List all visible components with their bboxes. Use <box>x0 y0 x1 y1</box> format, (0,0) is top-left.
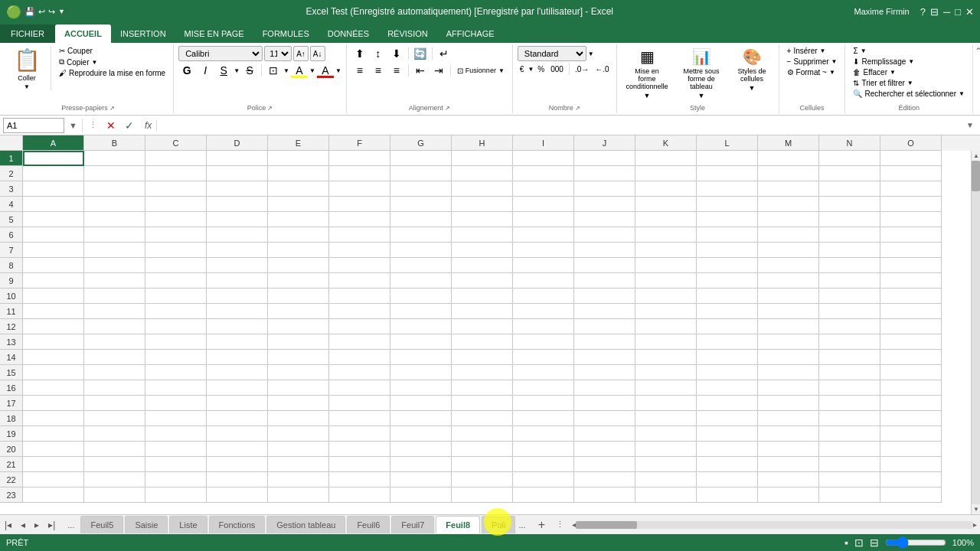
col-header-J[interactable]: J <box>574 135 635 151</box>
cell-G13[interactable] <box>390 334 452 350</box>
cell-E8[interactable] <box>268 258 329 273</box>
save-icon[interactable]: 💾 <box>24 7 35 17</box>
cell-H19[interactable] <box>452 426 513 442</box>
col-header-F[interactable]: F <box>329 135 390 151</box>
thousands-button[interactable]: 000 <box>548 64 566 74</box>
sheet-tab-gestion-tableau[interactable]: Gestion tableau <box>266 516 345 533</box>
fill-color-dropdown[interactable]: ▼ <box>309 67 315 74</box>
cell-B16[interactable] <box>84 380 145 396</box>
cell-A11[interactable] <box>23 304 84 319</box>
cell-I19[interactable] <box>513 426 574 442</box>
sheet-nav-last[interactable]: ▸| <box>44 518 60 532</box>
cell-G9[interactable] <box>390 273 452 289</box>
cell-F18[interactable] <box>329 411 390 426</box>
window-controls[interactable]: Maxime Firmin ? ⊟ ─ □ ✕ <box>854 6 974 18</box>
cell-B3[interactable] <box>84 181 145 197</box>
cell-N15[interactable] <box>819 365 880 380</box>
sheet-tab-feuil5[interactable]: Feuil5 <box>80 516 123 533</box>
cell-I12[interactable] <box>513 319 574 334</box>
ribbon-toggle-icon[interactable]: ⊟ <box>930 6 939 18</box>
merge-button[interactable]: ⊡ Fusionner ▼ <box>454 66 508 76</box>
cell-L15[interactable] <box>697 365 758 380</box>
increase-decimal-button[interactable]: .0→ <box>573 64 591 74</box>
cell-G8[interactable] <box>390 258 452 273</box>
cell-M15[interactable] <box>758 365 819 380</box>
cell-L23[interactable] <box>697 487 758 503</box>
cell-F17[interactable] <box>329 396 390 411</box>
cell-H18[interactable] <box>452 411 513 426</box>
tab-affichage[interactable]: AFFICHAGE <box>437 24 504 43</box>
cell-J9[interactable] <box>574 273 635 289</box>
cell-D7[interactable] <box>207 243 268 258</box>
cell-I21[interactable] <box>513 457 574 472</box>
find-select-dropdown[interactable]: ▼ <box>959 90 965 97</box>
cell-L20[interactable] <box>697 442 758 457</box>
cell-J1[interactable] <box>574 151 635 166</box>
row-num-20[interactable]: 20 <box>0 442 23 457</box>
clear-button[interactable]: 🗑 Effacer ▼ <box>850 67 898 77</box>
sum-dropdown[interactable]: ▼ <box>861 47 867 54</box>
scroll-down-arrow[interactable]: ▼ <box>972 504 980 514</box>
cell-N3[interactable] <box>819 181 880 197</box>
cell-M6[interactable] <box>758 227 819 243</box>
scroll-right-arrow[interactable]: ▸ <box>973 520 977 529</box>
cell-N17[interactable] <box>819 396 880 411</box>
row-num-5[interactable]: 5 <box>0 212 23 227</box>
nombre-expand[interactable]: ↗ <box>575 105 580 112</box>
sheet-tab-feuil8[interactable]: Feuil8 <box>436 516 480 533</box>
cell-A2[interactable] <box>23 166 84 181</box>
zoom-slider[interactable] <box>885 538 946 547</box>
cell-A19[interactable] <box>23 426 84 442</box>
sheet-nav-next[interactable]: ▸ <box>30 518 44 532</box>
format-dropdown[interactable]: ▼ <box>829 69 835 76</box>
cell-N11[interactable] <box>819 304 880 319</box>
cell-B17[interactable] <box>84 396 145 411</box>
cell-B10[interactable] <box>84 289 145 304</box>
cell-I13[interactable] <box>513 334 574 350</box>
cell-F10[interactable] <box>329 289 390 304</box>
horizontal-scrollbar[interactable] <box>576 521 973 529</box>
scroll-track[interactable] <box>972 161 980 504</box>
cell-H6[interactable] <box>452 227 513 243</box>
cell-C10[interactable] <box>145 289 207 304</box>
cell-K20[interactable] <box>635 442 697 457</box>
scroll-up-arrow[interactable]: ▲ <box>972 151 980 161</box>
copy-dropdown[interactable]: ▼ <box>91 59 97 66</box>
cancel-formula-button[interactable]: ✕ <box>103 119 119 132</box>
cell-I14[interactable] <box>513 350 574 365</box>
cell-I8[interactable] <box>513 258 574 273</box>
tab-fichier[interactable]: FICHIER <box>0 24 55 43</box>
cell-M22[interactable] <box>758 472 819 487</box>
cell-J21[interactable] <box>574 457 635 472</box>
cell-D17[interactable] <box>207 396 268 411</box>
cell-I9[interactable] <box>513 273 574 289</box>
cell-H12[interactable] <box>452 319 513 334</box>
cell-L18[interactable] <box>697 411 758 426</box>
row-num-2[interactable]: 2 <box>0 166 23 181</box>
cell-G18[interactable] <box>390 411 452 426</box>
cell-C8[interactable] <box>145 258 207 273</box>
cell-E9[interactable] <box>268 273 329 289</box>
cell-C22[interactable] <box>145 472 207 487</box>
cell-K21[interactable] <box>635 457 697 472</box>
cell-M19[interactable] <box>758 426 819 442</box>
cell-K3[interactable] <box>635 181 697 197</box>
cell-D20[interactable] <box>207 442 268 457</box>
presse-papiers-expand[interactable]: ↗ <box>109 105 115 112</box>
cell-D1[interactable] <box>207 151 268 166</box>
cell-H20[interactable] <box>452 442 513 457</box>
cell-I1[interactable] <box>513 151 574 166</box>
cell-C6[interactable] <box>145 227 207 243</box>
cell-A16[interactable] <box>23 380 84 396</box>
bold-button[interactable]: G <box>178 63 195 78</box>
tab-donnees[interactable]: DONNÉES <box>318 24 378 43</box>
cell-M14[interactable] <box>758 350 819 365</box>
number-format-select[interactable]: Standard <box>518 46 586 61</box>
cell-M12[interactable] <box>758 319 819 334</box>
vertical-scrollbar[interactable]: ▲ ▼ <box>971 151 980 514</box>
cell-K5[interactable] <box>635 212 697 227</box>
cell-D12[interactable] <box>207 319 268 334</box>
cell-A22[interactable] <box>23 472 84 487</box>
cell-I17[interactable] <box>513 396 574 411</box>
cell-O10[interactable] <box>880 289 942 304</box>
